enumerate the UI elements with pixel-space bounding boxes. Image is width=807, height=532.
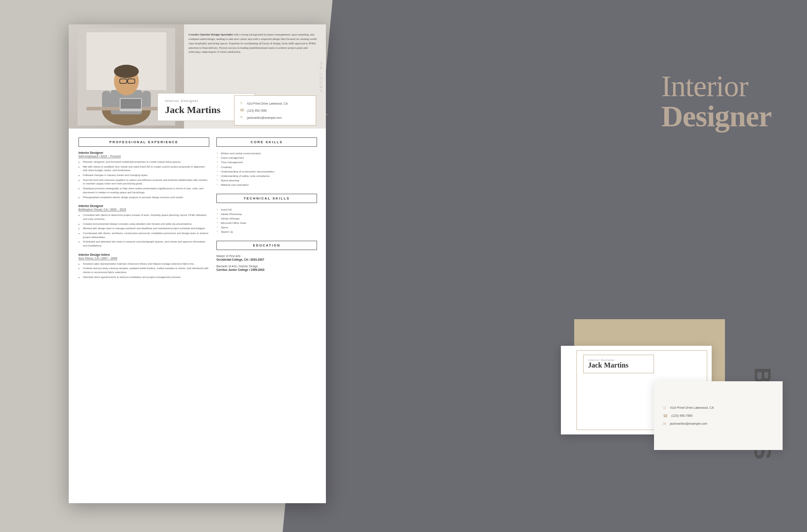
card-last-name: Martins [604, 361, 628, 369]
bullet: Consulted with clients to determine proj… [83, 213, 209, 221]
bonus-section: Interior Designer Jack Martins ⊙ 41st Pr… [561, 319, 783, 510]
card-address: ⊙ 41st Privet Drive Lakewood, CA [663, 406, 774, 410]
bullet: Scheduled and attended site visits to me… [83, 240, 209, 247]
card-phone: ☎ (123) 456-7890 [663, 414, 774, 418]
skill-item: Understanding of safety code compliance [216, 174, 317, 178]
skill-item: Material cost estimation [216, 183, 317, 187]
tech-skill-item: Adobe Photoshop [216, 212, 317, 216]
core-skills-header: CORE SKILLS [216, 137, 317, 147]
svg-rect-13 [121, 99, 141, 109]
card-email-icon: ✉ [663, 422, 666, 426]
tech-skill-item: Spexx [216, 225, 317, 230]
edu2-school: Cerritos Junior College / 1999-2003 [216, 268, 317, 271]
tech-skill-item: AutoCAD [216, 207, 317, 212]
large-title-section: Interior Designer [661, 71, 772, 131]
left-column: PROFESSIONAL EXPERIENCE Interior Designe… [78, 137, 209, 494]
skill-item: Space planning [216, 178, 317, 183]
person-first-name: Jack [165, 104, 184, 115]
edu2-degree: Bachelor of Arts / Interior Design [216, 265, 317, 268]
large-title-line2: Designer [661, 101, 772, 131]
job1-company: Self-employed / 2015 – Present [78, 155, 209, 158]
contact-section: ⊙ 41st Privet Drive Lakewood, CA ☎ (123)… [234, 95, 316, 125]
bullet: Coordinated with clients, architects, co… [83, 231, 209, 239]
job3-role: Interior Design Intern [78, 253, 209, 256]
experience-header: PROFESSIONAL EXPERIENCE [78, 137, 209, 147]
bullet: Sourced local and overseas suppliers to … [83, 178, 209, 186]
job1-bullets: Planned, designed, and furnished residen… [78, 160, 209, 199]
resume-paper: Creative Interior Design Specialist with… [69, 24, 326, 503]
job2-company: Bollington Visual, CA / 2009 – 2015 [78, 208, 209, 211]
job2-role: Interior Designer [78, 204, 209, 207]
bullet: Ordered and put away missing samples, up… [83, 266, 209, 274]
location-icon: ⊙ [240, 101, 244, 106]
bullet: Attended client appointments to observe … [83, 275, 209, 279]
card-phone-icon: ☎ [663, 414, 668, 418]
job2-bullets: Consulted with clients to determine proj… [78, 213, 209, 248]
svg-rect-10 [142, 91, 151, 109]
person-last-name: Martins [187, 104, 221, 115]
contact-email: ✉ jackmartins@example.com [240, 115, 310, 120]
email-icon: ✉ [240, 115, 244, 120]
skill-item: Understanding of construction documentat… [216, 169, 317, 174]
resume-body: PROFESSIONAL EXPERIENCE Interior Designe… [69, 129, 326, 503]
about-me-label: ABOUT ME [319, 61, 323, 92]
bullet: Planned, designed, and furnished residen… [83, 160, 209, 164]
bullet: Followed changes in industry trends and … [83, 173, 209, 177]
job3-company: Sun-Times, CA / 2007 – 2009 [78, 257, 209, 260]
card-name: Jack Martins [588, 361, 649, 369]
bullet: Assisted sales representative maintain s… [83, 262, 209, 266]
job1-role: Interior Designer [78, 151, 209, 154]
business-card-contact: ⊙ 41st Privet Drive Lakewood, CA ☎ (123)… [654, 381, 783, 450]
skill-item: Creativity [216, 165, 317, 169]
contact-phone: ☎ (123) 456-7890 [240, 108, 310, 113]
bullet: Met with clients to establish dcor needs… [83, 165, 209, 172]
technical-skills-header: TECHNICAL SKILLS [216, 194, 317, 203]
svg-rect-9 [102, 91, 111, 109]
technical-skills-list: AutoCAD Adobe Photoshop Adobe InDesign M… [216, 207, 317, 235]
card-email: ✉ jackmartins@example.com [663, 422, 774, 426]
skill-item: Client management [216, 156, 317, 160]
job3-bullets: Assisted sales representative maintain s… [78, 262, 209, 279]
bullet: Worked with design team to manage worklo… [83, 227, 209, 231]
core-skills-list: Written and verbal communication Client … [216, 151, 317, 188]
contact-address: ⊙ 41st Privet Drive Lakewood, CA [240, 101, 310, 106]
about-me-vertical: ABOUT ME [316, 24, 326, 129]
tech-skill-item: Sketch Up [216, 230, 317, 234]
skill-item: Written and verbal communication [216, 151, 317, 156]
large-title-line1: Interior [661, 71, 772, 101]
card-name-area: Interior Designer Jack Martins [583, 355, 654, 373]
bullet: Created and presented design concepts us… [83, 222, 209, 226]
right-column: CORE SKILLS Written and verbal communica… [216, 137, 317, 494]
tech-skill-item: Adobe InDesign [216, 216, 317, 221]
tech-skill-item: Microsoft Office Suite [216, 221, 317, 225]
bullet: Displayed products strategically to help… [83, 187, 209, 194]
phone-icon: ☎ [240, 108, 244, 113]
bullet: Photographed completed interior design p… [83, 196, 209, 200]
card-location-icon: ⊙ [663, 406, 666, 410]
education-header: EDUCATION [216, 241, 317, 250]
edu1-degree: Master of Fine Arts [216, 254, 317, 258]
card-first-name: Jack [588, 361, 602, 369]
edu1-school: Occidental College, CA / 2003-2007 [216, 258, 317, 261]
svg-point-5 [114, 65, 139, 78]
skill-item: Time management [216, 160, 317, 164]
